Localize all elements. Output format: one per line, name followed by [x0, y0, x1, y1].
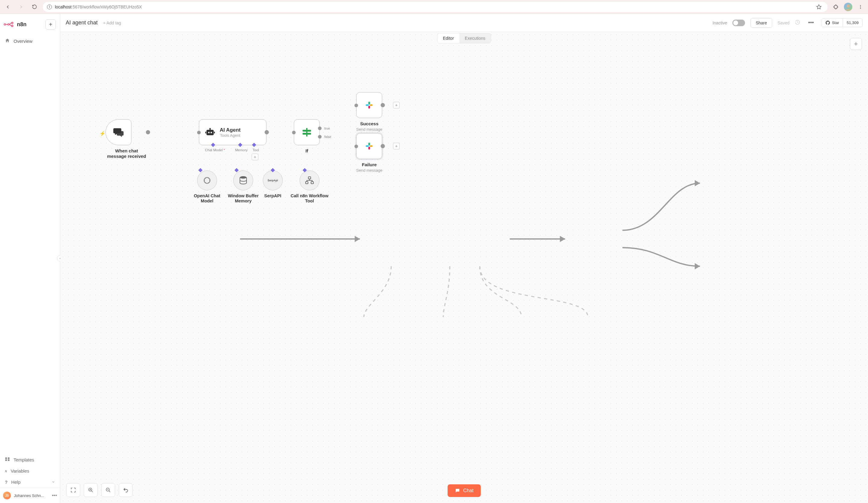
new-workflow-button[interactable]: +	[45, 19, 56, 30]
node-label: Failure	[356, 162, 382, 167]
add-after-failure[interactable]: +	[393, 143, 400, 149]
edge-label-false: false	[324, 135, 331, 138]
templates-icon	[5, 457, 10, 462]
svg-rect-31	[368, 106, 370, 109]
serpapi-icon: SerpApi	[268, 179, 278, 182]
svg-rect-39	[306, 182, 308, 184]
add-tag-button[interactable]: + Add tag	[103, 20, 121, 25]
chat-icon	[455, 488, 460, 493]
zoom-in-button[interactable]	[84, 483, 98, 497]
extensions-icon[interactable]	[831, 2, 840, 11]
forward-button[interactable]	[16, 2, 26, 12]
sidebar-item-templates[interactable]: Templates	[0, 454, 60, 465]
svg-point-36	[204, 177, 210, 184]
node-failure[interactable]: Failure Send message	[356, 133, 382, 172]
svg-line-46	[109, 491, 110, 492]
svg-point-4	[860, 8, 861, 9]
fit-view-button[interactable]	[66, 483, 80, 497]
back-button[interactable]	[3, 2, 13, 12]
svg-marker-14	[355, 236, 360, 242]
svg-rect-28	[366, 104, 369, 106]
browser-menu-icon[interactable]	[856, 2, 865, 11]
node-sub: Send message	[356, 168, 382, 172]
user-menu-icon[interactable]: •••	[52, 493, 57, 498]
star-label: Star	[832, 20, 839, 25]
branch-icon	[301, 126, 313, 138]
node-trigger[interactable]: ⚡ When chat message received	[105, 119, 148, 159]
svg-point-37	[240, 176, 247, 179]
share-button[interactable]: Share	[751, 18, 772, 28]
node-success[interactable]: Success Send message	[356, 92, 382, 132]
svg-rect-27	[302, 133, 311, 135]
user-footer[interactable]: JS Johannes Schn... •••	[0, 488, 60, 503]
node-workflow-tool[interactable]: Call n8n Workflow Tool	[290, 170, 329, 204]
workflow-title[interactable]: AI agent chat	[66, 20, 98, 26]
node-buffer-memory[interactable]: Window Buffer Memory	[224, 170, 263, 204]
svg-rect-33	[370, 145, 373, 147]
svg-rect-9	[5, 458, 7, 459]
tab-executions[interactable]: Executions	[459, 33, 490, 43]
node-ai-agent[interactable]: AI Agent Tools Agent	[199, 119, 267, 145]
node-openai-model[interactable]: OpenAI Chat Model	[187, 170, 227, 204]
workflow-icon	[305, 176, 314, 185]
zoom-out-button[interactable]	[101, 483, 115, 497]
agent-title: AI Agent	[220, 127, 240, 133]
svg-rect-35	[368, 147, 370, 150]
reload-button[interactable]	[30, 2, 39, 12]
node-label: When chat message received	[105, 148, 148, 159]
help-icon: ?	[5, 480, 8, 485]
github-star-widget[interactable]: Star 51,309	[822, 18, 862, 27]
node-serpapi[interactable]: SerpApi SerpAPI	[263, 170, 283, 199]
svg-rect-11	[5, 459, 7, 461]
conn-tool: Tool	[252, 148, 259, 152]
edge-label-true: true	[324, 126, 330, 130]
sidebar-item-variables[interactable]: x Variables	[0, 465, 60, 476]
brand-logo[interactable]: n8n	[3, 21, 27, 28]
svg-point-1	[847, 4, 850, 8]
saved-label: Saved	[778, 20, 789, 25]
brand-name: n8n	[17, 21, 27, 28]
svg-rect-19	[206, 130, 214, 135]
svg-rect-10	[8, 458, 10, 459]
user-avatar: JS	[3, 492, 11, 500]
history-icon[interactable]	[795, 20, 800, 26]
variables-icon: x	[5, 468, 7, 473]
svg-rect-40	[311, 182, 313, 184]
active-toggle[interactable]	[732, 20, 745, 26]
node-if[interactable]: If	[294, 119, 320, 154]
url-bar[interactable]: i localhost:5678/workflow/xWy6Oj5TBEUHzo…	[43, 2, 828, 12]
database-icon	[239, 176, 248, 185]
add-tool-button[interactable]: +	[252, 154, 258, 160]
svg-point-3	[860, 6, 861, 7]
svg-rect-32	[366, 145, 369, 147]
bolt-icon: ⚡	[100, 131, 105, 136]
add-node-button[interactable]: +	[850, 38, 862, 50]
sidebar-item-help[interactable]: ? Help	[0, 476, 60, 488]
chat-button[interactable]: Chat	[447, 484, 481, 497]
undo-button[interactable]	[119, 483, 133, 497]
svg-rect-12	[8, 459, 10, 461]
tab-editor[interactable]: Editor	[437, 33, 459, 43]
sidebar: n8n + Overview Templates x Variables ? H…	[0, 14, 60, 503]
bookmark-star-icon[interactable]	[814, 2, 823, 11]
node-label: Success	[356, 121, 382, 126]
profile-avatar[interactable]	[844, 3, 852, 11]
openai-icon	[202, 175, 212, 186]
home-icon	[5, 38, 10, 44]
slack-icon	[363, 140, 375, 152]
svg-rect-29	[370, 104, 373, 106]
node-label: OpenAI Chat Model	[187, 193, 227, 204]
slack-icon	[363, 99, 375, 111]
svg-line-42	[91, 491, 93, 492]
svg-point-8	[11, 25, 13, 27]
agent-subtitle: Tools Agent	[220, 133, 240, 138]
sidebar-item-overview[interactable]: Overview	[0, 35, 60, 47]
workflow-more-button[interactable]: •••	[806, 18, 816, 27]
conn-memory: Memory	[235, 148, 248, 152]
canvas-tools	[66, 483, 133, 497]
svg-rect-30	[368, 102, 370, 105]
add-after-success[interactable]: +	[393, 102, 400, 108]
site-info-icon[interactable]: i	[47, 4, 52, 9]
url-text: localhost:5678/workflow/xWy6Oj5TBEUHzo5X	[55, 4, 142, 9]
workflow-canvas[interactable]: Editor Executions +	[60, 32, 868, 503]
